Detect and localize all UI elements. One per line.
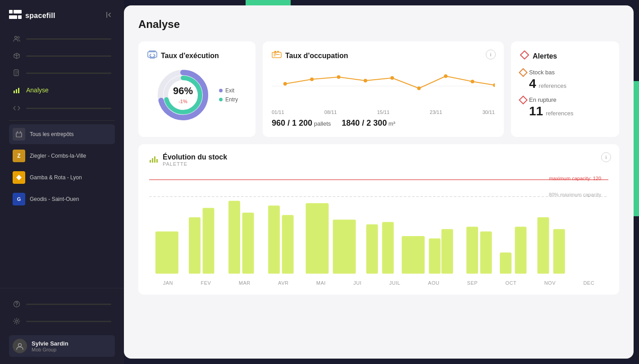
nav-item-doc[interactable] xyxy=(9,64,115,82)
svg-rect-60 xyxy=(538,217,549,273)
svg-point-6 xyxy=(18,36,19,38)
user-info[interactable]: Sylvie Sardin Mob Group xyxy=(9,335,115,357)
svg-rect-52 xyxy=(382,222,394,274)
doc-icon xyxy=(13,69,21,77)
pallets-value: 960 / 1 200 xyxy=(272,118,312,127)
svg-rect-9 xyxy=(16,89,17,93)
svg-rect-22 xyxy=(272,52,281,58)
svg-rect-37 xyxy=(152,158,153,163)
svg-marker-12 xyxy=(16,175,22,180)
help-icon xyxy=(13,300,21,308)
en-rupture-name: En rupture xyxy=(529,96,557,103)
alert-stock-bas-header: Stock bas xyxy=(520,69,610,76)
month-labels: JAN FEV MAR AVR MAI JUI JUIL AOU SEP OCT… xyxy=(149,280,608,286)
chart-stats: 960 / 1 200 pallets 1840 / 2 300 m³ xyxy=(272,118,495,128)
month-jui: JUI xyxy=(353,280,361,286)
donut-chart: 96% -1% xyxy=(156,68,210,122)
sidebar-nav: Analyse Tous les entrepôts xyxy=(0,30,124,288)
svg-rect-38 xyxy=(154,156,155,163)
alerts-title: Alertes xyxy=(533,52,557,60)
month-juil: JUIL xyxy=(389,280,401,286)
svg-rect-3 xyxy=(18,15,22,19)
svg-rect-10 xyxy=(18,88,19,93)
donut-container: 96% -1% Exit Entry xyxy=(147,68,246,122)
svg-rect-51 xyxy=(366,224,378,274)
execution-title: Taux d'exécution xyxy=(161,52,219,60)
occupation-icon xyxy=(272,50,282,61)
en-rupture-count: 11 xyxy=(529,104,543,118)
warehouse-avatar-geodis: G xyxy=(13,193,25,205)
entry-label: Entry xyxy=(225,96,238,103)
sidebar-item-analyse[interactable]: Analyse xyxy=(9,82,115,99)
warehouse-item-geodis[interactable]: G Geodis - Saint-Ouen xyxy=(9,189,115,209)
exit-label: Exit xyxy=(225,87,234,94)
svg-rect-54 xyxy=(429,238,441,273)
month-aou: AOU xyxy=(428,280,439,286)
nav-item-people[interactable] xyxy=(9,30,115,47)
svg-rect-43 xyxy=(189,217,201,273)
occupation-info-button[interactable]: i xyxy=(486,50,496,59)
svg-rect-45 xyxy=(228,201,240,274)
date-label-3: 15/11 xyxy=(377,109,390,115)
bar-chart: maximum capacity: 120 80% maximum capaci… xyxy=(149,170,608,278)
nav-item-help[interactable] xyxy=(9,296,115,313)
code-icon xyxy=(13,104,21,112)
warehouse-item-gamba[interactable]: Gamba & Rota - Lyon xyxy=(9,168,115,187)
svg-rect-39 xyxy=(156,159,158,163)
box-icon xyxy=(13,52,21,60)
svg-rect-2 xyxy=(9,15,17,19)
svg-point-15 xyxy=(16,320,18,323)
alert-en-rupture-header: En rupture xyxy=(520,96,610,103)
settings-skeleton-line xyxy=(26,321,111,322)
chart-date-labels: 01/11 08/11 15/11 23/11 30/11 xyxy=(272,109,495,115)
warehouse-item-all[interactable]: Tous les entrepôts xyxy=(9,124,115,144)
warehouse-name-all: Tous les entrepôts xyxy=(30,131,73,137)
entry-dot xyxy=(219,98,223,101)
user-name: Sylvie Sardin xyxy=(32,340,68,347)
warehouse-item-ziegler[interactable]: Z Ziegler - Combs-la-Ville xyxy=(9,146,115,166)
stock-bas-diamond-icon xyxy=(519,68,528,77)
warehouse-avatar-ziegler: Z xyxy=(13,150,25,162)
svg-rect-46 xyxy=(242,213,254,274)
nav-skeleton-line xyxy=(26,38,111,40)
pallets-stat: 960 / 1 200 pallets xyxy=(272,118,331,128)
footer-nav xyxy=(9,296,115,330)
month-mai: MAI xyxy=(316,280,326,286)
m3-value: 1840 / 2 300 xyxy=(342,118,387,127)
svg-rect-59 xyxy=(515,227,526,273)
logo: spacefill xyxy=(9,10,55,21)
month-nov: NOV xyxy=(544,280,556,286)
svg-point-27 xyxy=(310,77,314,81)
collapse-button[interactable] xyxy=(104,10,115,21)
people-icon xyxy=(13,35,21,43)
donut-percent: 96% xyxy=(173,85,193,97)
sidebar: spacefill xyxy=(0,0,124,364)
svg-rect-11 xyxy=(16,133,22,137)
month-oct: OCT xyxy=(506,280,517,286)
en-rupture-label: references xyxy=(546,110,573,117)
nav-item-code[interactable] xyxy=(9,100,115,117)
card-occupation-header: Taux d'occupation xyxy=(272,50,495,61)
card-stock: Évolution du stock PALETTE i xyxy=(138,144,619,295)
svg-point-28 xyxy=(337,75,341,79)
stock-info-button[interactable]: i xyxy=(601,152,611,162)
svg-point-5 xyxy=(15,36,17,39)
help-skeleton-line xyxy=(26,304,111,305)
date-label-2: 08/11 xyxy=(324,109,337,115)
svg-rect-57 xyxy=(480,232,492,274)
page-title: Analyse xyxy=(138,18,619,31)
svg-point-16 xyxy=(18,344,22,347)
settings-icon xyxy=(13,317,21,325)
chart-icon xyxy=(13,86,21,94)
date-label-1: 01/11 xyxy=(272,109,284,115)
cards-row: Taux d'exécution 96% -1% xyxy=(138,41,619,137)
nav-item-box[interactable] xyxy=(9,47,115,64)
nav-item-settings[interactable] xyxy=(9,313,115,330)
stock-title-group: Évolution du stock PALETTE xyxy=(163,153,227,167)
svg-rect-42 xyxy=(155,232,178,274)
svg-rect-24 xyxy=(277,51,279,52)
svg-point-26 xyxy=(283,82,287,86)
nav-divider xyxy=(9,120,115,121)
donut-center: 96% -1% xyxy=(173,85,193,105)
stock-bas-label: references xyxy=(539,82,566,89)
